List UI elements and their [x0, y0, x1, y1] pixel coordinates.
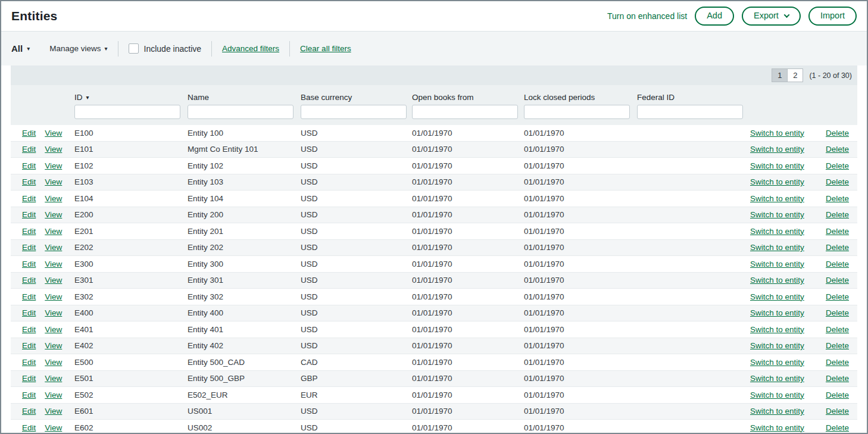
- row-edit-link[interactable]: Edit: [22, 177, 36, 186]
- row-view-link[interactable]: View: [45, 341, 62, 350]
- include-inactive-checkbox[interactable]: [129, 43, 139, 54]
- row-edit-link[interactable]: Edit: [22, 276, 36, 285]
- switch-to-entity-link[interactable]: Switch to entity: [750, 129, 804, 138]
- row-edit-link[interactable]: Edit: [22, 391, 36, 399]
- import-button[interactable]: Import: [808, 7, 857, 25]
- row-view-link[interactable]: View: [45, 194, 62, 203]
- switch-to-entity-link[interactable]: Switch to entity: [750, 276, 804, 285]
- switch-to-entity-link[interactable]: Switch to entity: [750, 210, 804, 219]
- column-header-base-currency[interactable]: Base currency: [301, 93, 412, 102]
- row-edit-link[interactable]: Edit: [22, 260, 36, 268]
- view-selector-dropdown[interactable]: All ▾: [11, 43, 30, 54]
- row-view-link[interactable]: View: [45, 260, 62, 268]
- column-header-open-books-from[interactable]: Open books from: [412, 93, 524, 102]
- column-header-id[interactable]: ID ▾: [74, 93, 188, 102]
- delete-link[interactable]: Delete: [826, 358, 849, 367]
- row-edit-link[interactable]: Edit: [22, 341, 36, 350]
- switch-to-entity-link[interactable]: Switch to entity: [750, 227, 804, 236]
- switch-to-entity-link[interactable]: Switch to entity: [750, 407, 804, 416]
- delete-link[interactable]: Delete: [826, 145, 849, 154]
- manage-views-dropdown[interactable]: Manage views ▾: [49, 44, 107, 53]
- switch-to-entity-link[interactable]: Switch to entity: [750, 260, 804, 268]
- delete-link[interactable]: Delete: [826, 341, 849, 350]
- row-view-link[interactable]: View: [45, 407, 62, 416]
- switch-to-entity-link[interactable]: Switch to entity: [750, 243, 804, 252]
- switch-to-entity-link[interactable]: Switch to entity: [750, 177, 804, 186]
- row-edit-link[interactable]: Edit: [22, 407, 36, 416]
- delete-link[interactable]: Delete: [826, 308, 849, 317]
- row-view-link[interactable]: View: [45, 391, 62, 399]
- switch-to-entity-link[interactable]: Switch to entity: [750, 423, 804, 432]
- row-view-link[interactable]: View: [45, 145, 62, 154]
- row-edit-link[interactable]: Edit: [22, 308, 36, 317]
- row-view-link[interactable]: View: [45, 358, 62, 367]
- row-view-link[interactable]: View: [45, 243, 62, 252]
- row-edit-link[interactable]: Edit: [22, 292, 36, 301]
- delete-link[interactable]: Delete: [826, 243, 849, 252]
- page-2-button[interactable]: 2: [787, 68, 803, 82]
- row-view-link[interactable]: View: [45, 308, 62, 317]
- row-view-link[interactable]: View: [45, 276, 62, 285]
- filter-input-open-books-from[interactable]: [412, 105, 518, 119]
- column-header-lock-closed-periods[interactable]: Lock closed periods: [524, 93, 637, 102]
- delete-link[interactable]: Delete: [826, 423, 849, 432]
- row-edit-link[interactable]: Edit: [22, 145, 36, 154]
- cell-base-currency: USD: [301, 260, 412, 268]
- row-edit-link[interactable]: Edit: [22, 374, 36, 383]
- delete-link[interactable]: Delete: [826, 260, 849, 268]
- delete-link[interactable]: Delete: [826, 407, 849, 416]
- row-view-link[interactable]: View: [45, 423, 62, 432]
- row-view-link[interactable]: View: [45, 292, 62, 301]
- switch-to-entity-link[interactable]: Switch to entity: [750, 374, 804, 383]
- row-edit-link[interactable]: Edit: [22, 423, 36, 432]
- row-edit-link[interactable]: Edit: [22, 243, 36, 252]
- filter-input-lock-closed-periods[interactable]: [524, 105, 630, 119]
- page-1-button[interactable]: 1: [772, 68, 788, 82]
- switch-to-entity-link[interactable]: Switch to entity: [750, 341, 804, 350]
- advanced-filters-link[interactable]: Advanced filters: [222, 44, 279, 53]
- row-edit-link[interactable]: Edit: [22, 129, 36, 138]
- switch-to-entity-link[interactable]: Switch to entity: [750, 194, 804, 203]
- row-view-link[interactable]: View: [45, 177, 62, 186]
- delete-link[interactable]: Delete: [826, 374, 849, 383]
- delete-link[interactable]: Delete: [826, 161, 849, 170]
- switch-to-entity-link[interactable]: Switch to entity: [750, 391, 804, 399]
- switch-to-entity-link[interactable]: Switch to entity: [750, 358, 804, 367]
- row-view-link[interactable]: View: [45, 161, 62, 170]
- switch-to-entity-link[interactable]: Switch to entity: [750, 145, 804, 154]
- delete-link[interactable]: Delete: [826, 177, 849, 186]
- export-button[interactable]: Export: [742, 7, 801, 25]
- row-edit-link[interactable]: Edit: [22, 210, 36, 219]
- switch-to-entity-link[interactable]: Switch to entity: [750, 325, 804, 334]
- delete-link[interactable]: Delete: [826, 325, 849, 334]
- row-edit-link[interactable]: Edit: [22, 358, 36, 367]
- delete-link[interactable]: Delete: [826, 276, 849, 285]
- column-header-federal-id[interactable]: Federal ID: [637, 93, 750, 102]
- row-view-link[interactable]: View: [45, 374, 62, 383]
- add-button[interactable]: Add: [695, 7, 734, 25]
- filter-input-id[interactable]: [74, 105, 180, 119]
- row-view-link[interactable]: View: [45, 325, 62, 334]
- switch-to-entity-link[interactable]: Switch to entity: [750, 161, 804, 170]
- row-edit-link[interactable]: Edit: [22, 194, 36, 203]
- clear-all-filters-link[interactable]: Clear all filters: [300, 44, 351, 53]
- filter-input-federal-id[interactable]: [637, 105, 743, 119]
- row-edit-link[interactable]: Edit: [22, 161, 36, 170]
- switch-to-entity-link[interactable]: Switch to entity: [750, 292, 804, 301]
- delete-link[interactable]: Delete: [826, 391, 849, 399]
- column-header-name[interactable]: Name: [188, 93, 301, 102]
- filter-input-base-currency[interactable]: [301, 105, 407, 119]
- row-view-link[interactable]: View: [45, 227, 62, 236]
- filter-input-name[interactable]: [188, 105, 294, 119]
- delete-link[interactable]: Delete: [826, 129, 849, 138]
- switch-to-entity-link[interactable]: Switch to entity: [750, 308, 804, 317]
- row-view-link[interactable]: View: [45, 129, 62, 138]
- delete-link[interactable]: Delete: [826, 227, 849, 236]
- row-edit-link[interactable]: Edit: [22, 325, 36, 334]
- row-edit-link[interactable]: Edit: [22, 227, 36, 236]
- row-view-link[interactable]: View: [45, 210, 62, 219]
- delete-link[interactable]: Delete: [826, 194, 849, 203]
- delete-link[interactable]: Delete: [826, 210, 849, 219]
- turn-on-enhanced-list-link[interactable]: Turn on enhanced list: [607, 11, 687, 21]
- delete-link[interactable]: Delete: [826, 292, 849, 301]
